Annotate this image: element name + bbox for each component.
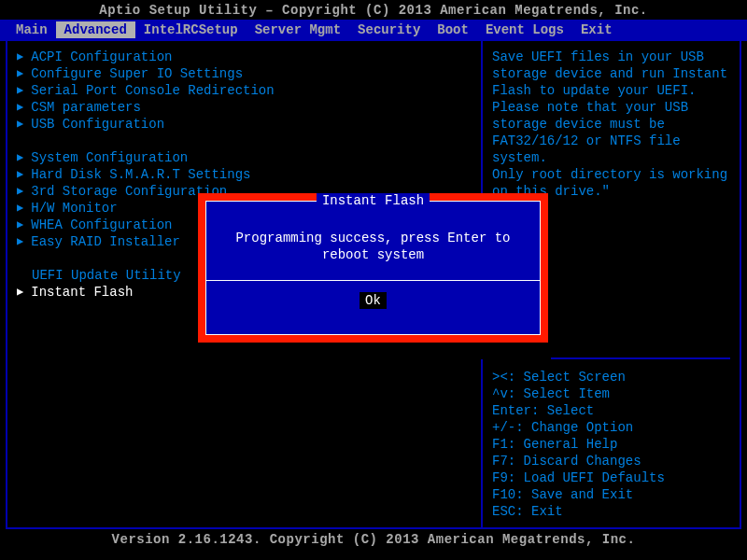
menu-item[interactable]: ▶CSM parameters <box>17 99 472 116</box>
menu-item[interactable]: ▶System Configuration <box>17 149 472 166</box>
tab-advanced[interactable]: Advanced <box>56 21 135 38</box>
app-title: Aptio Setup Utility – Copyright (C) 2013… <box>99 3 648 18</box>
dialog-message-line: reboot system <box>216 246 530 263</box>
menu-item[interactable]: ▶Serial Port Console Redirection <box>17 82 472 99</box>
title-bar: Aptio Setup Utility – Copyright (C) 2013… <box>0 0 747 20</box>
tab-server-mgmt[interactable]: Server Mgmt <box>247 21 349 38</box>
version-text: Version 2.16.1243. Copyright (C) 2013 Am… <box>112 532 636 547</box>
dialog-title: Instant Flash <box>317 193 430 208</box>
footer-bar: Version 2.16.1243. Copyright (C) 2013 Am… <box>0 529 747 549</box>
submenu-icon: ▶ <box>17 49 23 65</box>
submenu-icon: ▶ <box>17 149 23 166</box>
tab-bar: Main Advanced IntelRCSetup Server Mgmt S… <box>0 20 747 41</box>
submenu-icon: ▶ <box>17 200 23 217</box>
submenu-icon: ▶ <box>17 82 23 99</box>
menu-item[interactable]: ▶USB Configuration <box>17 116 472 133</box>
key-hints: ><: Select Screen ^v: Select Item Enter:… <box>492 357 730 520</box>
tab-main[interactable]: Main <box>7 21 56 38</box>
submenu-icon: ▶ <box>17 65 23 82</box>
submenu-icon: ▶ <box>17 166 23 183</box>
submenu-icon: ▶ <box>17 217 23 233</box>
dialog-buttons: Ok <box>206 281 540 309</box>
submenu-icon: ▶ <box>17 99 23 116</box>
tab-intelrcsetup[interactable]: IntelRCSetup <box>135 21 247 38</box>
tab-boot[interactable]: Boot <box>429 21 477 38</box>
tab-exit[interactable]: Exit <box>572 21 621 38</box>
submenu-icon: ▶ <box>17 183 23 200</box>
tab-event-logs[interactable]: Event Logs <box>477 21 572 38</box>
submenu-icon: ▶ <box>17 284 23 301</box>
dialog-message-line: Programming success, press Enter to <box>216 230 530 246</box>
submenu-icon: ▶ <box>17 233 23 250</box>
menu-item[interactable]: ▶Configure Super IO Settings <box>17 65 472 82</box>
tab-security[interactable]: Security <box>349 21 429 38</box>
menu-item[interactable]: ▶ACPI Configuration <box>17 49 472 65</box>
ok-button[interactable]: Ok <box>359 292 387 309</box>
dialog-body: Programming success, press Enter to rebo… <box>206 217 540 263</box>
submenu-icon: ▶ <box>17 116 23 133</box>
help-text: Save UEFI files in your USB storage devi… <box>492 49 730 200</box>
dialog: Instant Flash Programming success, press… <box>205 201 541 335</box>
menu-item[interactable]: ▶Hard Disk S.M.A.R.T Settings <box>17 166 472 183</box>
